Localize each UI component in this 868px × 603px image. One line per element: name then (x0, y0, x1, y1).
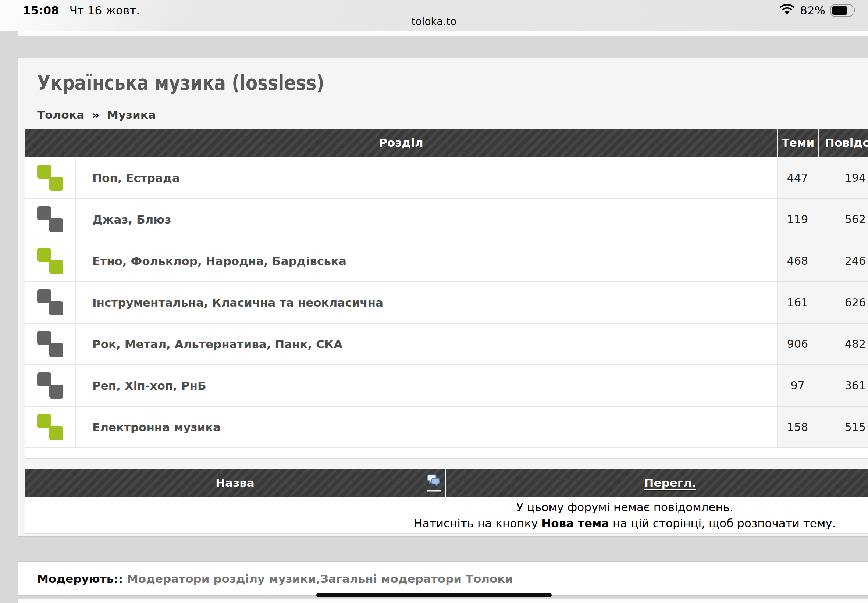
forum-panel: Українська музика (lossless) Толока » Му… (18, 58, 868, 537)
topics-count: 468 (777, 240, 818, 281)
new-posts-icon (37, 414, 63, 441)
new-topic-button-reference: Нова тема (542, 516, 609, 530)
breadcrumb: Толока » Музика (37, 108, 156, 121)
forum-link[interactable]: Джаз, Блюз (92, 213, 171, 226)
forum-link[interactable]: Реп, Хіп-хоп, РнБ (92, 379, 206, 392)
posts-count: 626 (818, 282, 868, 323)
posts-count: 562 (818, 199, 868, 240)
breadcrumb-separator: » (92, 108, 99, 121)
page-top-strip (18, 31, 868, 36)
topics-table: Назва Перегл. У цьому форумі немає повід… (25, 469, 868, 534)
topics-table-header: Назва Перегл. (25, 469, 868, 497)
column-header-name: Назва (25, 469, 445, 497)
forum-status-icon (25, 199, 75, 240)
posts-count: 246 (818, 240, 868, 281)
forum-status-icon (25, 282, 75, 323)
forum-status-icon (25, 323, 75, 364)
table-row: Поп, Естрада 447 194 (25, 157, 868, 198)
address-bar[interactable]: toloka.to (0, 15, 868, 28)
topics-count: 161 (777, 282, 818, 323)
column-header-name-label: Назва (215, 476, 254, 489)
column-header-posts: Повідомлень (819, 129, 868, 157)
table-row: Рок, Метал, Альтернатива, Панк, СКА 906 … (25, 323, 868, 364)
table-row: Реп, Хіп-хоп, РнБ 97 361 (25, 364, 868, 406)
status-time: 15:08 (23, 4, 59, 17)
empty-message-line1: У цьому форумі немає повідомлень. (50, 499, 868, 515)
topics-count: 97 (777, 365, 818, 406)
posts-count: 482 (818, 323, 868, 364)
topics-count: 906 (777, 323, 818, 364)
posts-count: 515 (818, 407, 868, 447)
forum-status-icon (25, 407, 75, 447)
no-new-posts-icon (37, 373, 63, 399)
moderators-link-music[interactable]: Модератори розділу музики (127, 572, 316, 585)
table-row: Етно, Фольклор, Народна, Бардівська 468 … (25, 240, 868, 281)
moderators-label: Модерують:: (37, 572, 123, 585)
wifi-icon (779, 4, 795, 17)
moderators-panel: Модерують:: Модератори розділу музики, З… (18, 561, 868, 596)
forum-status-icon (25, 158, 75, 198)
table-row: Електронна музика 158 515 (25, 406, 868, 447)
no-new-posts-icon (37, 289, 63, 316)
forum-link[interactable]: Етно, Фольклор, Народна, Бардівська (92, 254, 347, 267)
screen: 15:08Чт 16 жовт. toloka.to 82% Українськ… (0, 0, 868, 603)
new-posts-icon (37, 165, 63, 191)
battery-percent: 82% (800, 4, 825, 17)
column-header-views: Перегл. (446, 469, 868, 497)
browser-chrome-bar: 15:08Чт 16 жовт. toloka.to 82% (0, 0, 868, 31)
forum-link[interactable]: Поп, Естрада (92, 171, 180, 185)
speech-bubble-icon[interactable] (427, 474, 441, 492)
forum-link[interactable]: Рок, Метал, Альтернатива, Панк, СКА (92, 337, 342, 351)
status-date: Чт 16 жовт. (70, 4, 140, 17)
next-panel-strip (18, 599, 868, 603)
no-new-posts-icon (37, 206, 63, 233)
page-title: Українська музика (lossless) (37, 71, 324, 94)
status-left: 15:08Чт 16 жовт. (23, 4, 140, 17)
table-row: Джаз, Блюз 119 562 (25, 198, 868, 240)
topics-count: 119 (777, 199, 818, 240)
column-header-topics: Теми (778, 129, 818, 157)
status-right: 82% (779, 4, 853, 17)
forum-status-icon (25, 365, 75, 406)
topics-count: 447 (777, 158, 818, 198)
forum-table: Розділ Теми Повідомлень Поп, Естрада 447… (25, 129, 868, 459)
breadcrumb-link-toloka[interactable]: Толока (37, 108, 84, 121)
new-posts-icon (37, 248, 63, 274)
home-indicator[interactable] (316, 593, 552, 597)
no-new-posts-icon (37, 331, 63, 357)
table-row: Інструментальна, Класична та неокласична… (25, 281, 868, 323)
empty-forum-message: У цьому форумі немає повідомлень. Натисн… (25, 497, 868, 534)
posts-count: 361 (818, 365, 868, 406)
battery-icon (831, 5, 853, 17)
moderators-link-general[interactable]: Загальні модератори Толоки (320, 572, 513, 585)
breadcrumb-link-muzyka[interactable]: Музика (107, 108, 156, 121)
forum-link[interactable]: Інструментальна, Класична та неокласична (92, 296, 383, 309)
topics-count: 158 (777, 407, 818, 447)
empty-message-line2: Натисніть на кнопку Нова тема на цій сто… (50, 515, 868, 531)
forum-link[interactable]: Електронна музика (92, 421, 221, 434)
forum-status-icon (25, 240, 75, 281)
views-sort-link[interactable]: Перегл. (644, 476, 696, 489)
forum-table-footer (25, 447, 868, 459)
posts-count: 194 (818, 158, 868, 198)
moderators-separator: , (316, 572, 320, 585)
column-header-section: Розділ (25, 129, 777, 157)
forum-table-header: Розділ Теми Повідомлень (25, 129, 868, 157)
